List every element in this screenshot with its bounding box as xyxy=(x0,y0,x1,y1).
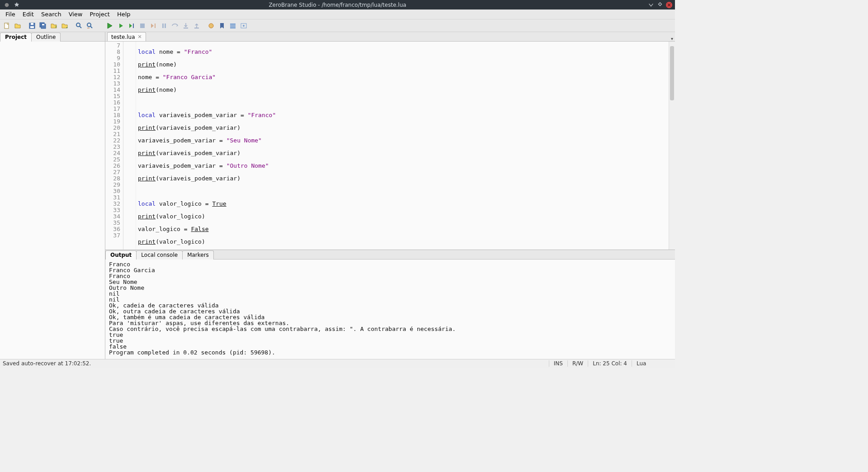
svg-rect-16 xyxy=(194,28,199,28)
status-rw: R/W xyxy=(567,360,588,367)
tab-markers[interactable]: Markers xyxy=(182,250,214,260)
code-area[interactable]: local nome = "Franco" print(nome) nome =… xyxy=(136,42,669,250)
replace-button[interactable] xyxy=(85,21,95,31)
run-to-cursor-button[interactable] xyxy=(127,21,137,31)
menu-edit[interactable]: Edit xyxy=(19,10,38,19)
editor-tab-teste[interactable]: teste.lua ✕ xyxy=(107,32,146,41)
left-pane: Project Outline xyxy=(0,32,105,359)
stop-button[interactable] xyxy=(137,21,147,31)
menu-view[interactable]: View xyxy=(65,10,86,19)
editor-tabs: teste.lua ✕ ▾ xyxy=(105,32,675,42)
close-button[interactable] xyxy=(666,2,672,8)
bottom-pane: Output Local console Markers Franco Fran… xyxy=(105,250,675,359)
toggle-bookmark-button[interactable] xyxy=(217,21,227,31)
app-window: ZeroBrane Studio - /home/franco/tmp/lua/… xyxy=(0,0,675,368)
fold-margin[interactable] xyxy=(123,42,136,250)
svg-rect-15 xyxy=(184,28,188,28)
view-stack-button[interactable] xyxy=(228,21,238,31)
svg-rect-3 xyxy=(31,23,33,25)
svg-rect-4 xyxy=(30,26,34,28)
new-file-button[interactable] xyxy=(2,21,12,31)
svg-rect-10 xyxy=(133,24,134,28)
window-title: ZeroBrane Studio - /home/franco/tmp/lua/… xyxy=(0,2,675,8)
titlebar: ZeroBrane Studio - /home/franco/tmp/lua/… xyxy=(0,0,675,9)
svg-rect-18 xyxy=(230,24,236,25)
status-insert: INS xyxy=(549,360,567,367)
project-dir-button[interactable] xyxy=(49,21,59,31)
step-out-button[interactable] xyxy=(192,21,202,31)
svg-rect-11 xyxy=(140,24,145,28)
project-tree[interactable] xyxy=(0,42,105,359)
svg-rect-7 xyxy=(42,24,44,25)
save-all-button[interactable] xyxy=(38,21,48,31)
toggle-breakpoint-button[interactable] xyxy=(206,21,216,31)
editor-scrollbar[interactable] xyxy=(669,42,675,250)
code-editor[interactable]: 7891011121314151617181920212223242526272… xyxy=(105,42,675,250)
menubar: File Edit Search View Project Help xyxy=(0,9,675,19)
view-watch-button[interactable] xyxy=(239,21,249,31)
pin-icon[interactable] xyxy=(14,2,20,8)
menu-file[interactable]: File xyxy=(2,10,19,19)
app-icon xyxy=(4,2,10,8)
menu-project[interactable]: Project xyxy=(86,10,113,19)
save-button[interactable] xyxy=(27,21,37,31)
step-over-button[interactable] xyxy=(170,21,180,31)
pause-button[interactable] xyxy=(159,21,169,31)
menu-help[interactable]: Help xyxy=(113,10,134,19)
output-panel[interactable]: Franco Franco Garcia Franco Seu Nome Out… xyxy=(105,260,675,359)
line-gutter: 7891011121314151617181920212223242526272… xyxy=(105,42,123,250)
svg-rect-20 xyxy=(230,27,236,28)
maximize-icon[interactable] xyxy=(657,2,663,8)
statusbar: Saved auto-recover at 17:02:52. INS R/W … xyxy=(0,359,675,368)
step-into-button[interactable] xyxy=(181,21,191,31)
svg-rect-13 xyxy=(162,24,164,28)
svg-point-17 xyxy=(209,24,213,28)
svg-point-8 xyxy=(76,23,80,27)
status-language: Lua xyxy=(632,360,672,367)
break-button[interactable] xyxy=(148,21,158,31)
tab-outline[interactable]: Outline xyxy=(31,33,61,42)
tab-local-console[interactable]: Local console xyxy=(136,250,183,260)
find-button[interactable] xyxy=(74,21,84,31)
svg-point-0 xyxy=(5,3,9,7)
svg-point-22 xyxy=(243,25,245,27)
run-button[interactable] xyxy=(105,21,115,31)
status-message: Saved auto-recover at 17:02:52. xyxy=(3,360,91,367)
svg-rect-14 xyxy=(165,24,166,28)
tabs-chevron-icon[interactable]: ▾ xyxy=(671,36,673,41)
toolbar xyxy=(0,19,675,32)
menu-search[interactable]: Search xyxy=(38,10,65,19)
tab-output[interactable]: Output xyxy=(105,250,137,260)
svg-point-9 xyxy=(87,23,91,27)
svg-rect-1 xyxy=(5,23,9,28)
open-file-button[interactable] xyxy=(13,21,23,31)
minimize-icon[interactable] xyxy=(648,2,654,8)
recent-project-button[interactable] xyxy=(60,21,70,31)
close-tab-icon[interactable]: ✕ xyxy=(138,34,142,40)
tab-project[interactable]: Project xyxy=(0,33,32,42)
editor-tab-label: teste.lua xyxy=(111,34,135,40)
status-position: Ln: 25 Col: 4 xyxy=(588,360,632,367)
svg-rect-12 xyxy=(155,24,156,28)
debug-button[interactable] xyxy=(116,21,126,31)
svg-rect-19 xyxy=(230,25,236,27)
